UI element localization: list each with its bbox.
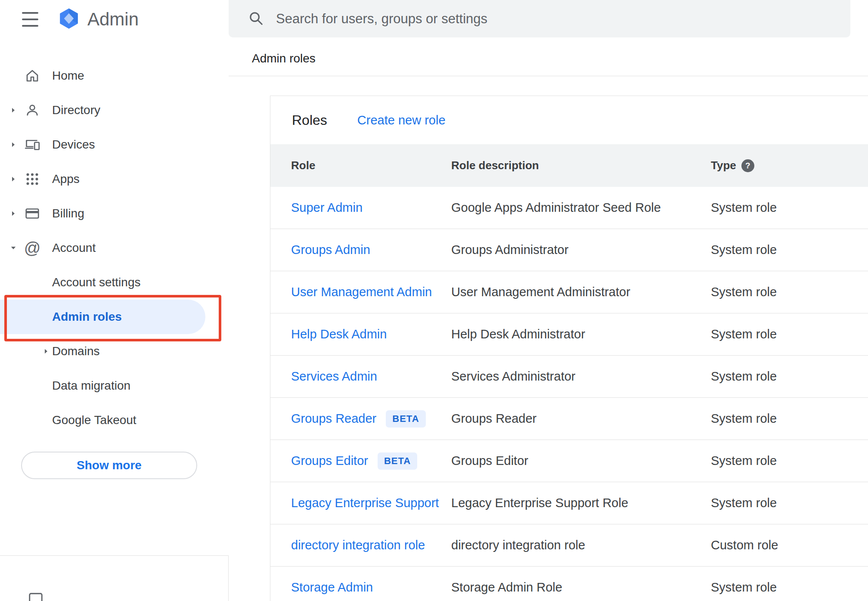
sidebar-item-data-migration[interactable]: Data migration xyxy=(0,369,229,403)
role-description: directory integration role xyxy=(451,538,711,552)
home-icon xyxy=(23,67,41,85)
role-type: System role xyxy=(711,201,868,215)
logo-wordmark: Admin xyxy=(87,9,139,30)
role-description: Google Apps Administrator Seed Role xyxy=(451,201,711,215)
column-header-description: Role description xyxy=(451,159,711,172)
sidebar-item-account-settings[interactable]: Account settings xyxy=(0,265,229,300)
sidebar-item-admin-roles[interactable]: Admin roles xyxy=(0,300,205,334)
chevron-down-icon[interactable] xyxy=(9,243,18,253)
sidebar-item-billing[interactable]: Billing xyxy=(0,196,229,231)
chevron-right-icon[interactable] xyxy=(9,105,18,115)
help-icon[interactable]: ? xyxy=(741,159,754,172)
sidebar-item-label: Google Takeout xyxy=(52,413,136,427)
sidebar-item-label: Admin roles xyxy=(52,310,122,324)
admin-logo: Admin xyxy=(57,7,139,32)
role-type: System role xyxy=(711,496,868,510)
sidebar-nav: Home Directory Devices xyxy=(0,59,229,437)
sidebar-item-label: Account settings xyxy=(52,276,140,289)
table-row: Services Admin Services Administrator Sy… xyxy=(270,356,868,398)
sidebar-item-home[interactable]: Home xyxy=(0,59,229,93)
chevron-right-icon[interactable] xyxy=(9,140,18,149)
at-sign-icon: @ xyxy=(23,239,41,257)
role-type: Custom role xyxy=(711,538,868,552)
role-link[interactable]: Groups Editor xyxy=(291,454,368,468)
sidebar-item-label: Home xyxy=(52,69,84,83)
sidebar-item-account[interactable]: @ Account xyxy=(0,231,229,265)
chevron-right-icon[interactable] xyxy=(9,174,18,184)
table-row: Groups Reader BETA Groups Reader System … xyxy=(270,398,868,440)
table-row: Groups Admin Groups Administrator System… xyxy=(270,229,868,271)
role-type: System role xyxy=(711,412,868,426)
role-type: System role xyxy=(711,243,868,257)
sidebar-item-label: Account xyxy=(52,241,96,255)
role-link[interactable]: Super Admin xyxy=(291,201,363,215)
table-row: Storage Admin Storage Admin Role System … xyxy=(270,567,868,601)
table-row: Legacy Enterprise Support Legacy Enterpr… xyxy=(270,482,868,524)
search-input[interactable] xyxy=(276,11,850,27)
beta-badge: BETA xyxy=(378,452,417,470)
menu-icon[interactable] xyxy=(22,12,39,27)
sidebar-item-label: Billing xyxy=(52,207,84,220)
partial-bottom-icon xyxy=(28,592,44,601)
role-type: System role xyxy=(711,369,868,384)
role-type: System role xyxy=(711,454,868,468)
show-more-button[interactable]: Show more xyxy=(21,452,197,479)
role-link[interactable]: Legacy Enterprise Support xyxy=(291,496,439,510)
card-title-row: Roles Create new role xyxy=(270,96,868,144)
sidebar-item-apps[interactable]: Apps xyxy=(0,162,229,196)
role-description: Groups Administrator xyxy=(451,243,711,257)
column-header-type: Type ? xyxy=(711,159,868,172)
sidebar-item-devices[interactable]: Devices xyxy=(0,127,229,162)
admin-hexagon-icon xyxy=(57,7,81,32)
sidebar-item-domains[interactable]: Domains xyxy=(0,334,229,369)
person-icon xyxy=(23,101,41,119)
role-description: User Management Administrator xyxy=(451,285,711,299)
table-row: Groups Editor BETA Groups Editor System … xyxy=(270,440,868,482)
role-description: Help Desk Administrator xyxy=(451,327,711,341)
role-link[interactable]: Groups Admin xyxy=(291,243,370,257)
role-description: Storage Admin Role xyxy=(451,580,711,595)
devices-icon xyxy=(23,136,41,154)
table-row: directory integration role directory int… xyxy=(270,524,868,567)
role-type: System role xyxy=(711,580,868,595)
roles-card: Roles Create new role Role Role descript… xyxy=(270,96,868,601)
sidebar-item-label: Devices xyxy=(52,138,95,152)
role-type: System role xyxy=(711,285,868,299)
role-link[interactable]: User Management Admin xyxy=(291,285,432,299)
table-header-row: Role Role description Type ? xyxy=(270,144,868,187)
role-link[interactable]: Services Admin xyxy=(291,369,377,384)
sidebar-item-label: Domains xyxy=(52,344,99,358)
sidebar-item-label: Directory xyxy=(52,103,100,117)
role-description: Legacy Enterprise Support Role xyxy=(451,496,711,510)
sidebar-item-directory[interactable]: Directory xyxy=(0,93,229,127)
apps-grid-icon xyxy=(23,170,41,188)
chevron-right-icon[interactable] xyxy=(41,347,51,356)
role-link[interactable]: Groups Reader xyxy=(291,412,376,426)
sidebar-item-google-takeout[interactable]: Google Takeout xyxy=(0,403,229,437)
table-row: User Management Admin User Management Ad… xyxy=(270,271,868,313)
role-type: System role xyxy=(711,327,868,341)
sidebar-header: Admin xyxy=(0,0,139,39)
sidebar-item-label: Data migration xyxy=(52,379,130,393)
role-description: Services Administrator xyxy=(451,369,711,384)
header-divider xyxy=(229,76,868,76)
role-link[interactable]: Help Desk Admin xyxy=(291,327,387,341)
sidebar-item-label: Apps xyxy=(52,172,80,186)
search-bar[interactable] xyxy=(229,0,850,37)
credit-card-icon xyxy=(23,204,41,223)
table-row: Super Admin Google Apps Administrator Se… xyxy=(270,187,868,229)
sidebar: Admin Home Directory Device xyxy=(0,0,229,601)
column-header-role: Role xyxy=(291,159,451,172)
beta-badge: BETA xyxy=(386,410,425,428)
table-row: Help Desk Admin Help Desk Administrator … xyxy=(270,313,868,356)
card-title: Roles xyxy=(292,112,327,128)
role-link[interactable]: Storage Admin xyxy=(291,580,373,595)
role-description: Groups Reader xyxy=(451,412,711,426)
role-description: Groups Editor xyxy=(451,454,711,468)
role-link[interactable]: directory integration role xyxy=(291,538,425,552)
chevron-right-icon[interactable] xyxy=(9,209,18,218)
search-icon xyxy=(248,10,264,28)
breadcrumb: Admin roles xyxy=(252,52,316,65)
create-new-role-link[interactable]: Create new role xyxy=(357,113,446,127)
